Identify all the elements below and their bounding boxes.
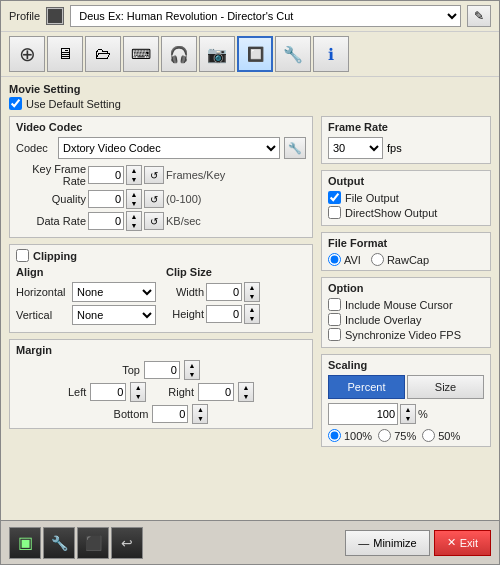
- toolbar-tools-button[interactable]: 🔧: [275, 36, 311, 72]
- clip-height-up[interactable]: ▲: [245, 305, 259, 314]
- vertical-label: Vertical: [16, 309, 68, 321]
- key-frame-rate-up[interactable]: ▲: [127, 166, 141, 175]
- margin-left-down[interactable]: ▼: [131, 392, 145, 401]
- scale-up[interactable]: ▲: [401, 405, 415, 414]
- frame-rate-select[interactable]: 30101520242529.975060: [328, 137, 383, 159]
- quality-range-label: (0-100): [166, 193, 216, 205]
- scale-50-item: 50%: [422, 429, 460, 442]
- record-button[interactable]: ⬛: [77, 527, 109, 559]
- size-button[interactable]: Size: [407, 375, 484, 399]
- toolbar-audio-button[interactable]: 🎧: [161, 36, 197, 72]
- scale-50-radio[interactable]: [422, 429, 435, 442]
- margin-bottom-input[interactable]: [152, 405, 188, 423]
- frame-rate-panel: Frame Rate 30101520242529.975060 fps: [321, 116, 491, 164]
- clip-height-down[interactable]: ▼: [245, 314, 259, 323]
- profile-bar: Profile Deus Ex: Human Revolution - Dire…: [1, 1, 499, 32]
- option-title: Option: [328, 282, 484, 294]
- margin-left-input[interactable]: [90, 383, 126, 401]
- scaling-btn-row: Percent Size: [328, 375, 484, 399]
- data-rate-down[interactable]: ▼: [127, 221, 141, 230]
- profile-label: Profile: [9, 10, 40, 22]
- toolbar-monitor-button[interactable]: 🖥: [47, 36, 83, 72]
- toolbar-camera-button[interactable]: 📷: [199, 36, 235, 72]
- clip-width-label: Width: [166, 286, 204, 298]
- toolbar-info-button[interactable]: ℹ: [313, 36, 349, 72]
- option-panel: Option Include Mouse Cursor Include Over…: [321, 277, 491, 348]
- mouse-cursor-label: Include Mouse Cursor: [345, 299, 453, 311]
- overlay-checkbox[interactable]: [328, 313, 341, 326]
- clipping-header: Clipping: [16, 249, 306, 262]
- directshow-checkbox[interactable]: [328, 206, 341, 219]
- toolbar-keyboard-button[interactable]: ⌨: [123, 36, 159, 72]
- profile-select[interactable]: Deus Ex: Human Revolution - Director's C…: [70, 5, 461, 27]
- scale-value-input[interactable]: [328, 403, 398, 425]
- codec-row: Codec Dxtory Video Codec 🔧: [16, 137, 306, 159]
- quality-label: Quality: [16, 193, 86, 205]
- rawcap-radio[interactable]: [371, 253, 384, 266]
- toolbar-crosshair-button[interactable]: ⊕: [9, 36, 45, 72]
- scale-75-radio[interactable]: [378, 429, 391, 442]
- frame-rate-row: 30101520242529.975060 fps: [328, 137, 484, 159]
- minimize-button[interactable]: — Minimize: [345, 530, 429, 556]
- quality-down[interactable]: ▼: [127, 199, 141, 208]
- scale-input-row: ▲ ▼ %: [328, 403, 484, 425]
- margin-bottom-up[interactable]: ▲: [193, 405, 207, 414]
- data-rate-up[interactable]: ▲: [127, 212, 141, 221]
- frames-key-label: Frames/Key: [166, 169, 225, 181]
- clip-width-input[interactable]: [206, 283, 242, 301]
- key-frame-rate-label: Key Frame Rate: [16, 163, 86, 187]
- quality-input[interactable]: [88, 190, 124, 208]
- margin-top-up[interactable]: ▲: [185, 361, 199, 370]
- horizontal-select[interactable]: NoneLeftCenterRight: [72, 282, 156, 302]
- margin-left-up[interactable]: ▲: [131, 383, 145, 392]
- stop-button[interactable]: ↩: [111, 527, 143, 559]
- screen-capture-button[interactable]: ▣: [9, 527, 41, 559]
- data-rate-reset[interactable]: ↺: [144, 212, 164, 230]
- settings-button[interactable]: 🔧: [43, 527, 75, 559]
- key-frame-rate-reset[interactable]: ↺: [144, 166, 164, 184]
- margin-top-down[interactable]: ▼: [185, 370, 199, 379]
- clipping-checkbox[interactable]: [16, 249, 29, 262]
- main-content: Movie Setting Use Default Setting Video …: [1, 77, 499, 520]
- codec-settings-button[interactable]: 🔧: [284, 137, 306, 159]
- percent-button[interactable]: Percent: [328, 375, 405, 399]
- quality-reset[interactable]: ↺: [144, 190, 164, 208]
- bottom-bar: ▣ 🔧 ⬛ ↩ — Minimize ✕ Exit: [1, 520, 499, 564]
- toolbar-folder-button[interactable]: 🗁: [85, 36, 121, 72]
- margin-bottom-down[interactable]: ▼: [193, 414, 207, 423]
- scale-down[interactable]: ▼: [401, 414, 415, 423]
- rawcap-radio-item: RawCap: [371, 253, 429, 266]
- data-rate-input[interactable]: [88, 212, 124, 230]
- scaling-panel: Scaling Percent Size ▲ ▼ %: [321, 354, 491, 447]
- avi-radio[interactable]: [328, 253, 341, 266]
- vertical-select[interactable]: NoneTopCenterBottom: [72, 305, 156, 325]
- file-format-panel: File Format AVI RawCap: [321, 232, 491, 271]
- clip-width-row: Width ▲ ▼: [166, 282, 306, 302]
- codec-select[interactable]: Dxtory Video Codec: [58, 137, 280, 159]
- mouse-cursor-checkbox[interactable]: [328, 298, 341, 311]
- directshow-label: DirectShow Output: [345, 207, 437, 219]
- clip-size-section: Clip Size Width ▲ ▼ Height: [166, 266, 306, 328]
- toolbar-circuit-button[interactable]: 🔲: [237, 36, 273, 72]
- margin-right-down[interactable]: ▼: [239, 392, 253, 401]
- margin-top-input[interactable]: [144, 361, 180, 379]
- sync-fps-checkbox[interactable]: [328, 328, 341, 341]
- clip-width-up[interactable]: ▲: [245, 283, 259, 292]
- profile-edit-button[interactable]: ✎: [467, 5, 491, 27]
- margin-right-up[interactable]: ▲: [239, 383, 253, 392]
- file-output-checkbox[interactable]: [328, 191, 341, 204]
- use-default-checkbox[interactable]: [9, 97, 22, 110]
- clip-width-down[interactable]: ▼: [245, 292, 259, 301]
- wrench-icon: 🔧: [288, 142, 302, 155]
- scale-100-radio[interactable]: [328, 429, 341, 442]
- toolbar: ⊕ 🖥 🗁 ⌨ 🎧 📷 🔲 🔧 ℹ: [1, 32, 499, 77]
- key-frame-rate-down[interactable]: ▼: [127, 175, 141, 184]
- exit-button[interactable]: ✕ Exit: [434, 530, 491, 556]
- margin-left-spinner: ▲ ▼: [130, 382, 146, 402]
- video-codec-panel: Video Codec Codec Dxtory Video Codec 🔧 K…: [9, 116, 313, 238]
- margin-right-input[interactable]: [198, 383, 234, 401]
- key-frame-rate-input[interactable]: [88, 166, 124, 184]
- margin-bottom-spinner: ▲ ▼: [192, 404, 208, 424]
- quality-up[interactable]: ▲: [127, 190, 141, 199]
- clip-height-input[interactable]: [206, 305, 242, 323]
